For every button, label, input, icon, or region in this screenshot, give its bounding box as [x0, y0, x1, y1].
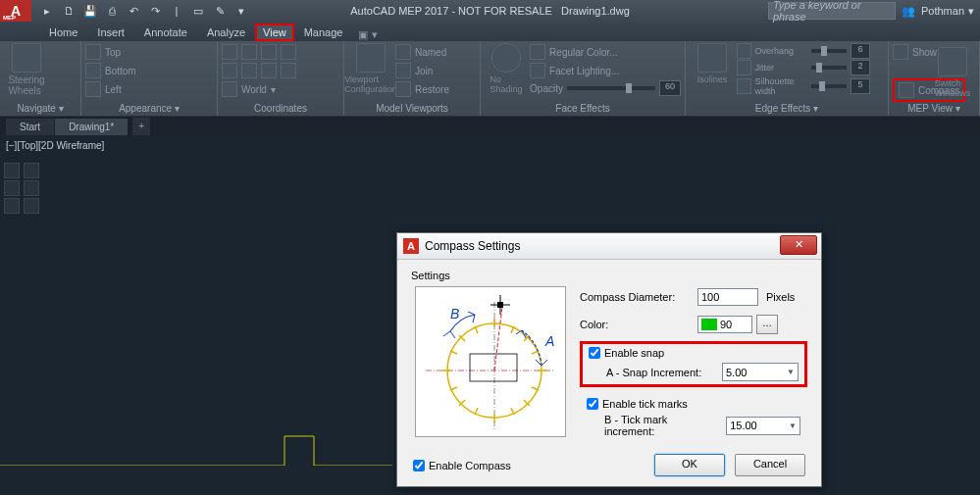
enable-ticks-label: Enable tick marks — [602, 398, 688, 410]
ucs-icon-2[interactable] — [241, 44, 257, 60]
flow-icon — [893, 44, 908, 60]
regular-color-button[interactable]: Regular Color... — [530, 43, 681, 61]
ribbon: SteeringWheels Navigate ▾ Top Bottom Lef… — [0, 41, 980, 117]
sphere-icon — [491, 43, 521, 73]
ucs-icon-8[interactable] — [281, 63, 296, 78]
color-icon — [530, 44, 545, 60]
tab-annotate[interactable]: Annotate — [134, 24, 197, 41]
color-browse-button[interactable]: … — [756, 315, 778, 334]
nav-tool-5[interactable] — [24, 180, 39, 196]
ribbon-expand-icon[interactable]: ▣ ▾ — [358, 28, 377, 41]
tab-analyze[interactable]: Analyze — [197, 24, 255, 41]
nav-tool-2[interactable] — [4, 180, 20, 196]
panel-title-mepview[interactable]: MEP View ▾ — [889, 103, 979, 114]
overhang-value[interactable]: 6 — [851, 43, 870, 59]
search-input[interactable]: Type a keyword or phrase — [768, 2, 896, 20]
tab-view[interactable]: View — [255, 24, 294, 41]
cube-left-icon — [85, 81, 101, 97]
plot-icon[interactable]: ⎙ — [104, 3, 120, 19]
named-icon — [395, 44, 411, 60]
svg-line-26 — [468, 312, 475, 315]
svg-line-24 — [443, 331, 450, 336]
ribbon-tabs: Home Insert Annotate Analyze View Manage… — [0, 22, 980, 41]
enable-snap-checkbox[interactable] — [589, 347, 600, 359]
panel-title-navigate[interactable]: Navigate ▾ — [0, 103, 80, 114]
tab-manage[interactable]: Manage — [294, 24, 353, 41]
panel-title-edge[interactable]: Edge Effects ▾ — [686, 103, 888, 114]
doc-tab-start[interactable]: Start — [6, 119, 55, 135]
panel-title-appearance[interactable]: Appearance ▾ — [81, 103, 217, 114]
redo-icon[interactable]: ↷ — [147, 3, 163, 19]
undo-icon[interactable]: ↶ — [126, 3, 141, 19]
panel-title-coordinates: Coordinates — [218, 103, 343, 114]
wcs-dropdown[interactable]: World ▾ — [222, 80, 276, 98]
snap-increment-label: A - Snap Increment: — [606, 367, 714, 378]
svg-line-27 — [473, 315, 475, 322]
panel-edge-effects: Isolines Overhang6 Jitter2 Silhouette wi… — [686, 41, 889, 116]
ucs-icon-1[interactable] — [222, 44, 237, 60]
vp-restore-button[interactable]: Restore — [395, 80, 449, 98]
ok-button[interactable]: OK — [654, 454, 725, 476]
isolines-icon — [697, 43, 727, 73]
vp-named-button[interactable]: Named — [395, 43, 449, 61]
dialog-close-button[interactable]: ✕ — [780, 235, 817, 255]
switch-windows-button[interactable]: SwitchWindows — [930, 47, 975, 98]
app-logo[interactable]: AMEP — [0, 0, 31, 22]
nav-tool-4[interactable] — [24, 163, 39, 178]
save-icon[interactable]: 💾 — [82, 3, 98, 19]
dialog-titlebar[interactable]: A Compass Settings ✕ — [397, 233, 821, 260]
enable-compass-checkbox[interactable] — [413, 460, 425, 471]
user-menu[interactable]: Pothman ▾ — [921, 5, 974, 18]
wheel-icon — [12, 43, 41, 73]
match-icon[interactable]: ✎ — [212, 3, 228, 19]
ucs-icon-6[interactable] — [241, 63, 257, 78]
isolines-button[interactable]: Isolines — [690, 43, 735, 84]
silhouette-value[interactable]: 5 — [851, 78, 870, 94]
vp-join-button[interactable]: Join — [395, 62, 449, 79]
qat-dropdown-icon[interactable]: ▾ — [233, 3, 249, 19]
color-swatch[interactable]: 90 — [697, 316, 752, 333]
facet-lighting-button[interactable]: Facet Lighting... — [530, 62, 681, 79]
color-label: Color: — [580, 319, 697, 330]
opacity-value[interactable]: 60 — [659, 80, 681, 96]
viewport-icon — [356, 43, 386, 73]
quick-access-toolbar: ▸ 🗋 💾 ⎙ ↶ ↷ | ▭ ✎ ▾ — [39, 3, 249, 19]
view-top-button[interactable]: Top — [85, 43, 121, 61]
jitter-icon — [737, 60, 751, 75]
tab-home[interactable]: Home — [39, 24, 87, 41]
jitter-value[interactable]: 2 — [851, 60, 870, 75]
ucs-icon-7[interactable] — [261, 63, 277, 78]
diameter-input[interactable] — [697, 288, 758, 306]
chevron-down-icon: ▼ — [789, 421, 797, 430]
opacity-slider[interactable]: Opacity 60 — [530, 80, 681, 96]
ucs-icon-4[interactable] — [281, 44, 296, 60]
panel-viewports: ViewportConfiguration Named Join Restore… — [344, 41, 481, 116]
tab-insert[interactable]: Insert — [87, 24, 134, 41]
new-tab-button[interactable]: + — [132, 118, 150, 135]
shading-button[interactable]: NoShading — [485, 43, 528, 94]
ucs-icon-5[interactable] — [222, 63, 237, 78]
snap-increment-combo[interactable]: 5.00▼ — [722, 363, 799, 381]
nav-tool-6[interactable] — [24, 198, 39, 214]
overhang-icon — [737, 43, 751, 59]
view-bottom-button[interactable]: Bottom — [85, 62, 136, 79]
nav-tool-3[interactable] — [4, 198, 20, 214]
nav-tool-1[interactable] — [4, 163, 20, 178]
doc-tab-drawing1[interactable]: Drawing1* — [55, 119, 129, 135]
cancel-button[interactable]: Cancel — [735, 454, 805, 476]
tick-increment-combo[interactable]: 15.00▼ — [726, 417, 800, 435]
signin-icon[interactable]: 👥 — [902, 5, 915, 18]
view-left-button[interactable]: Left — [85, 80, 122, 98]
open-icon[interactable]: 🗋 — [61, 3, 77, 19]
panel-title-viewports: Model Viewports — [344, 103, 480, 114]
new-icon[interactable]: ▸ — [39, 3, 55, 19]
viewport-label[interactable]: [−][Top][2D Wireframe] — [6, 140, 104, 151]
viewport-config-button[interactable]: ViewportConfiguration — [348, 43, 393, 94]
join-icon — [395, 63, 411, 78]
steering-wheels-button[interactable]: SteeringWheels — [4, 43, 49, 96]
ucs-icon-3[interactable] — [261, 44, 277, 60]
nav-bar-left-2 — [24, 163, 39, 214]
enable-ticks-checkbox[interactable] — [587, 398, 598, 410]
svg-line-29 — [542, 360, 547, 366]
layer-icon[interactable]: ▭ — [190, 3, 206, 19]
